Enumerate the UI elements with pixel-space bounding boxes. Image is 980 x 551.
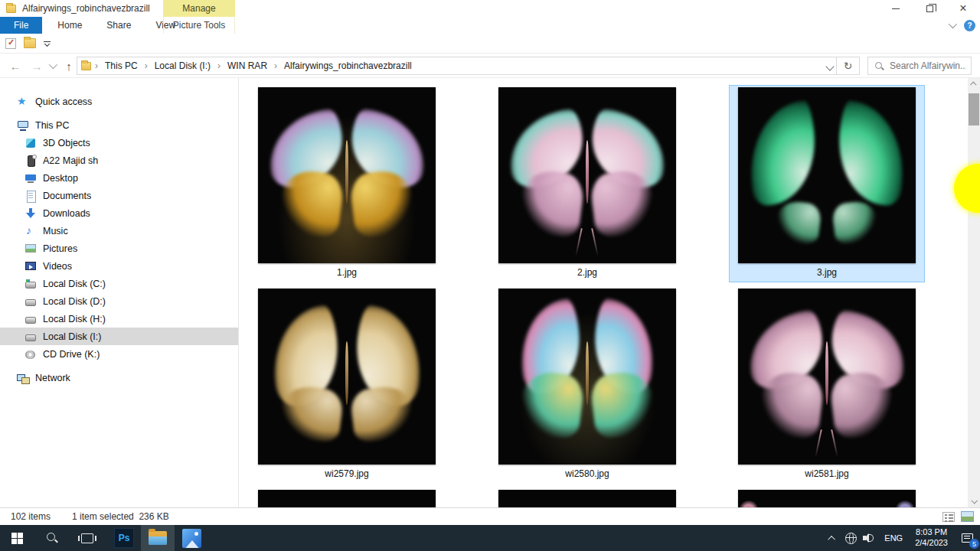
manage-context-header[interactable]: Manage bbox=[163, 0, 235, 17]
scrollbar-thumb[interactable] bbox=[969, 93, 979, 126]
sidebar-item-local-disk-h[interactable]: Local Disk (H:) bbox=[0, 310, 238, 328]
taskbar-photos-button[interactable] bbox=[175, 525, 208, 551]
search-icon bbox=[46, 532, 58, 544]
butterfly-body bbox=[586, 341, 590, 405]
breadcrumb-local-disk-i[interactable]: Local Disk (I:) bbox=[152, 57, 214, 74]
desktop-icon bbox=[24, 172, 37, 184]
partial-thumbnail[interactable] bbox=[258, 490, 436, 507]
sidebar-item-3d-objects[interactable]: 3D Objects bbox=[0, 134, 238, 152]
search-box[interactable] bbox=[867, 57, 972, 75]
close-button[interactable]: × bbox=[946, 0, 980, 17]
breadcrumb-this-pc[interactable]: This PC bbox=[102, 57, 141, 74]
globe-icon bbox=[845, 533, 857, 544]
address-box[interactable]: › This PC › Local Disk (I:) › WIN RAR › … bbox=[77, 57, 837, 75]
tab-home-label: Home bbox=[57, 20, 82, 31]
sidebar-item-pictures[interactable]: Pictures bbox=[0, 240, 238, 257]
sidebar-item-documents[interactable]: Documents bbox=[0, 187, 238, 204]
sidebar-item-desktop[interactable]: Desktop bbox=[0, 169, 238, 187]
recent-locations-icon[interactable] bbox=[46, 54, 58, 78]
file-item-wi2580[interactable]: wi2580.jpg bbox=[489, 286, 685, 484]
taskbar-file-explorer-button[interactable] bbox=[141, 525, 175, 551]
address-dropdown-icon[interactable] bbox=[825, 62, 834, 70]
sidebar-item-cd-drive-k[interactable]: CD Drive (K:) bbox=[0, 345, 238, 363]
file-item-2jpg[interactable]: 2.jpg bbox=[489, 85, 685, 282]
quick-access-toolbar bbox=[0, 34, 980, 54]
sidebar-item-downloads[interactable]: Downloads bbox=[0, 204, 238, 222]
file-item-1jpg[interactable]: 1.jpg bbox=[249, 85, 445, 282]
network-status-button[interactable] bbox=[841, 525, 860, 551]
tab-file[interactable]: File bbox=[0, 17, 42, 34]
task-view-button[interactable] bbox=[70, 525, 104, 551]
vertical-scrollbar[interactable] bbox=[968, 78, 980, 507]
partial-thumbnail[interactable] bbox=[498, 490, 676, 507]
thumbnail-wi2579 bbox=[258, 289, 436, 465]
thumbnail-view-icon[interactable] bbox=[961, 511, 974, 522]
sidebar-item-local-disk-i[interactable]: Local Disk (I:) bbox=[0, 328, 238, 345]
butterfly-body bbox=[586, 140, 590, 204]
taskbar-search-button[interactable] bbox=[35, 525, 69, 551]
file-item-wi2581[interactable]: wi2581.jpg bbox=[729, 286, 925, 484]
tab-picture-tools[interactable]: Picture Tools bbox=[163, 17, 235, 34]
sidebar-item-videos[interactable]: Videos bbox=[0, 257, 238, 275]
partial-thumbnail[interactable] bbox=[738, 490, 916, 507]
sidebar-item-label: Network bbox=[35, 373, 70, 383]
customize-toolbar-icon[interactable] bbox=[44, 41, 51, 46]
butterfly-body bbox=[825, 341, 829, 405]
file-item-wi2579[interactable]: wi2579.jpg bbox=[249, 286, 445, 484]
breadcrumb-current-folder[interactable]: Alfairywings_robinchavezbrazill bbox=[281, 57, 415, 74]
scroll-down-icon[interactable] bbox=[968, 495, 980, 507]
help-icon[interactable]: ? bbox=[964, 20, 975, 31]
sidebar-item-label: Local Disk (D:) bbox=[43, 296, 106, 307]
details-view-icon[interactable] bbox=[942, 512, 955, 522]
action-center-button[interactable]: 5 bbox=[954, 525, 980, 551]
file-item-3jpg-selected[interactable]: 3.jpg bbox=[729, 85, 925, 282]
tab-home[interactable]: Home bbox=[45, 17, 94, 34]
sidebar-item-local-disk-d[interactable]: Local Disk (D:) bbox=[0, 292, 238, 310]
start-button[interactable] bbox=[0, 525, 34, 551]
video-icon bbox=[24, 260, 37, 272]
sidebar-item-local-disk-c[interactable]: Local Disk (C:) bbox=[0, 275, 238, 292]
drive-icon bbox=[24, 278, 37, 290]
tab-share[interactable]: Share bbox=[94, 17, 143, 34]
sidebar-item-this-pc[interactable]: This PC bbox=[0, 116, 238, 134]
window-controls: × bbox=[879, 0, 980, 17]
sidebar-item-music[interactable]: Music bbox=[0, 222, 238, 240]
volume-button[interactable] bbox=[860, 525, 878, 551]
sidebar-item-phone[interactable]: A22 Majid sh bbox=[0, 152, 238, 169]
address-bar-row: ← → ↑ › This PC › Local Disk (I:) › WIN … bbox=[0, 54, 980, 78]
clock[interactable]: 8:03 PM 2/4/2023 bbox=[909, 527, 954, 549]
search-input[interactable] bbox=[890, 60, 966, 71]
restore-icon bbox=[926, 5, 933, 12]
scroll-up-icon[interactable] bbox=[968, 78, 980, 90]
taskbar: Ps ENG 8:03 PM 2/4/2023 5 bbox=[0, 525, 980, 551]
minimize-icon bbox=[892, 8, 900, 9]
tray-expand-button[interactable] bbox=[823, 525, 841, 551]
sidebar-item-label: This PC bbox=[35, 120, 69, 131]
notification-badge: 5 bbox=[969, 539, 979, 549]
sidebar-item-quick-access[interactable]: Quick access bbox=[0, 93, 238, 110]
close-icon: × bbox=[959, 2, 966, 15]
breadcrumb-separator: › bbox=[91, 60, 102, 71]
download-icon bbox=[24, 207, 37, 220]
collapse-ribbon-icon[interactable] bbox=[949, 20, 957, 28]
up-button[interactable]: ↑ bbox=[60, 54, 78, 78]
window-title: Alfairywings_robinchavezbrazill bbox=[22, 3, 150, 14]
cd-icon bbox=[24, 348, 37, 360]
restore-button[interactable] bbox=[913, 0, 946, 17]
breadcrumb-separator: › bbox=[214, 60, 224, 71]
new-folder-icon[interactable] bbox=[24, 38, 36, 48]
thumbnail-wi2580 bbox=[498, 289, 676, 465]
sidebar-item-label: A22 Majid sh bbox=[43, 155, 98, 166]
back-button[interactable]: ← bbox=[6, 54, 24, 78]
sidebar-item-network[interactable]: Network bbox=[0, 369, 238, 386]
taskbar-photoshop-button[interactable]: Ps bbox=[107, 525, 141, 551]
refresh-button[interactable]: ↻ bbox=[837, 57, 860, 75]
sidebar-item-label: Local Disk (C:) bbox=[43, 279, 106, 289]
forward-button[interactable]: → bbox=[28, 54, 46, 78]
minimize-button[interactable] bbox=[879, 0, 913, 17]
wing-shape bbox=[743, 99, 821, 207]
breadcrumb-win-rar[interactable]: WIN RAR bbox=[224, 57, 270, 74]
properties-icon[interactable] bbox=[5, 38, 16, 49]
network-icon bbox=[17, 372, 29, 384]
language-indicator[interactable]: ENG bbox=[878, 533, 909, 543]
